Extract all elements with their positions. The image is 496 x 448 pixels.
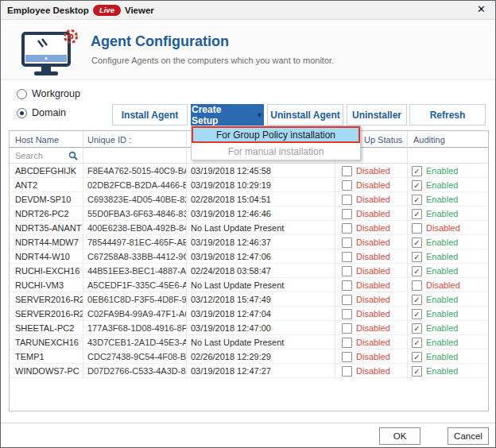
workgroup-radio-circle[interactable] [17, 89, 27, 99]
up-status-cell-label: Disabled [356, 338, 390, 347]
refresh-button[interactable]: Refresh [409, 104, 486, 126]
auditing-cell-label: Enabled [426, 195, 458, 204]
table-row[interactable]: RUCHI-VM3A5CEDF1F-335C-45E6-A2EB-76127E3… [10, 278, 488, 292]
column-header-auditing[interactable]: Auditing [408, 131, 490, 148]
search-cell-auditing[interactable] [408, 148, 490, 164]
up-status-cell: Disabled [335, 221, 408, 235]
auditing-cell: ✓Enabled [408, 178, 490, 192]
unique-id-cell: C693823E-4D05-40BE-82A9-DDFF313... [83, 192, 187, 207]
table-row[interactable]: ABCDEFGHIJKF8E4A762-5015-40C9-BA74-3287B… [10, 164, 488, 178]
up-status-cell-checkbox[interactable] [342, 166, 352, 176]
up-status-cell-checkbox[interactable] [342, 352, 352, 362]
last-update-cell: No Last Update Present [187, 221, 335, 235]
unique-id-cell: C02FA9B4-99A9-47F1-A6E0-EC985DA... [83, 307, 187, 321]
up-status-cell-label: Disabled [356, 295, 390, 304]
table-row[interactable]: SHEETAL-PC2177A3F68-1D08-4916-8F76-31F7F… [10, 321, 488, 335]
up-status-cell-label: Disabled [356, 352, 390, 361]
auditing-cell-checkbox[interactable]: ✓ [412, 352, 422, 362]
host-name-cell: NDRT26-PC2 [10, 207, 83, 221]
auditing-cell-label: Enabled [426, 323, 458, 333]
up-status-cell-checkbox[interactable] [342, 238, 352, 248]
auditing-cell-checkbox[interactable]: ✓ [412, 195, 422, 205]
up-status-cell-label: Disabled [356, 323, 390, 333]
unique-id-cell: 177A3F68-1D08-4916-8F76-31F7FEBA... [83, 321, 187, 335]
up-status-cell-checkbox[interactable] [342, 338, 352, 348]
auditing-cell-checkbox[interactable] [412, 280, 422, 291]
table-row[interactable]: NDRT35-ANANT400E6238-EB0A-492B-849E-4511… [10, 221, 488, 235]
column-header-unique-id[interactable]: Unique ID : [83, 131, 187, 148]
up-status-cell-checkbox[interactable] [342, 309, 352, 319]
up-status-cell: Disabled [335, 178, 408, 192]
auditing-cell-checkbox[interactable]: ✓ [412, 338, 422, 348]
auditing-cell-checkbox[interactable]: ✓ [412, 266, 422, 276]
auditing-cell: ✓Enabled [408, 335, 490, 350]
auditing-cell-checkbox[interactable]: ✓ [412, 209, 422, 219]
auditing-cell-checkbox[interactable]: ✓ [412, 166, 422, 176]
up-status-cell-checkbox[interactable] [342, 209, 352, 219]
close-icon[interactable]: ✕ [477, 3, 486, 15]
uninstall-agent-button[interactable]: Uninstall Agent [267, 104, 343, 126]
auditing-cell-checkbox[interactable]: ✓ [412, 295, 422, 305]
host-name-cell: ANT2 [10, 178, 83, 192]
table-row[interactable]: NDRT44-W10C67258A8-33BB-4412-9C82-8C8193… [10, 249, 488, 264]
table-row[interactable]: ANT202DB2FCB-B2DA-4466-BD4A-4CF586...03/… [10, 178, 488, 192]
auditing-cell: ✓Enabled [408, 350, 490, 364]
table-row[interactable]: WINDOWS7-PCD07D2766-C533-4A3D-8295-09172… [10, 364, 488, 378]
auditing-cell-label: Enabled [426, 266, 458, 276]
up-status-cell-checkbox[interactable] [342, 280, 352, 291]
cancel-button[interactable]: Cancel [448, 427, 489, 445]
auditing-cell-checkbox[interactable]: ✓ [412, 252, 422, 262]
search-cell-uid[interactable] [83, 148, 187, 164]
up-status-cell-checkbox[interactable] [342, 266, 352, 276]
menu-item-group-policy-installation[interactable]: For Group Policy installation [192, 126, 360, 143]
last-update-cell: 03/12/2018 15:47:49 [187, 292, 335, 307]
workgroup-radio[interactable]: Workgroup [17, 88, 80, 99]
up-status-cell-checkbox[interactable] [342, 180, 352, 191]
up-status-cell-checkbox[interactable] [342, 295, 352, 305]
up-status-cell: Disabled [335, 350, 408, 364]
auditing-cell-checkbox[interactable]: ✓ [412, 309, 422, 319]
up-status-cell-label: Disabled [356, 280, 390, 290]
auditing-cell-checkbox[interactable]: ✓ [412, 180, 422, 191]
up-status-cell-label: Disabled [356, 309, 390, 319]
up-status-cell-checkbox[interactable] [342, 252, 352, 262]
uninstaller-button[interactable]: Uninstaller [347, 104, 407, 126]
auditing-cell-checkbox[interactable]: ✓ [412, 323, 422, 334]
footer-divider [1, 423, 495, 423]
table-row[interactable]: SERVER2016-R20EB61C8D-F3F5-4D8F-97A2-9A3… [10, 292, 488, 307]
column-header-host-name[interactable]: Host Name [10, 131, 83, 148]
auditing-cell-checkbox[interactable]: ✓ [412, 366, 422, 377]
table-row[interactable]: TARUNEXCH1643D7CEB1-2A1D-45E3-AEE6-2D65B… [10, 335, 488, 350]
up-status-cell: Disabled [335, 278, 408, 292]
unique-id-cell: F8E4A762-5015-40C9-BA74-3287B597... [83, 164, 187, 178]
domain-radio[interactable]: Domain [17, 107, 66, 118]
table-row[interactable]: RUCHI-EXCH1644B51EE3-BEC1-4887-ADAC-A391… [10, 264, 488, 278]
install-agent-button[interactable]: Install Agent [112, 104, 188, 126]
auditing-cell: ✓Enabled [408, 164, 490, 178]
up-status-cell-checkbox[interactable] [342, 223, 352, 234]
agent-configuration-dialog: Employee Desktop Live Viewer ✕ Agent Con… [0, 0, 496, 448]
domain-radio-circle[interactable] [17, 108, 27, 118]
table-row[interactable]: TEMP1CDC27438-9C54-4F08-BBC0-763ED18...0… [10, 350, 488, 364]
table-row[interactable]: NDRT44-MDW778544497-81EC-465F-AECA-08309… [10, 235, 488, 249]
up-status-cell-checkbox[interactable] [342, 195, 352, 205]
auditing-cell: ✓Enabled [408, 192, 490, 207]
auditing-cell: Disabled [408, 278, 490, 292]
menu-item-manual-installation[interactable]: For manual installation [192, 143, 360, 160]
up-status-cell: Disabled [335, 335, 408, 350]
up-status-cell-checkbox[interactable] [342, 366, 352, 377]
table-row[interactable]: NDRT26-PC255D0FBA3-6F63-4846-8342-16B40C… [10, 207, 488, 221]
unique-id-cell: C67258A8-33BB-4412-9C82-8C81930F... [83, 249, 187, 264]
create-setup-button[interactable]: Create Setup ▼ [191, 104, 264, 126]
ok-button[interactable]: OK [379, 427, 420, 445]
title-text-suffix: Viewer [125, 6, 154, 15]
auditing-cell-checkbox[interactable] [412, 223, 422, 234]
search-icon[interactable] [68, 151, 78, 160]
up-status-cell-checkbox[interactable] [342, 323, 352, 334]
table-row[interactable]: SERVER2016-R2C02FA9B4-99A9-47F1-A6E0-EC9… [10, 307, 488, 321]
last-update-cell: 03/19/2018 12:46:37 [187, 235, 335, 249]
table-row[interactable]: DEVDM-SP10C693823E-4D05-40BE-82A9-DDFF31… [10, 192, 488, 207]
auditing-cell-checkbox[interactable]: ✓ [412, 238, 422, 248]
title-bar: Employee Desktop Live Viewer ✕ [1, 1, 495, 20]
search-input[interactable]: Search [10, 148, 83, 164]
